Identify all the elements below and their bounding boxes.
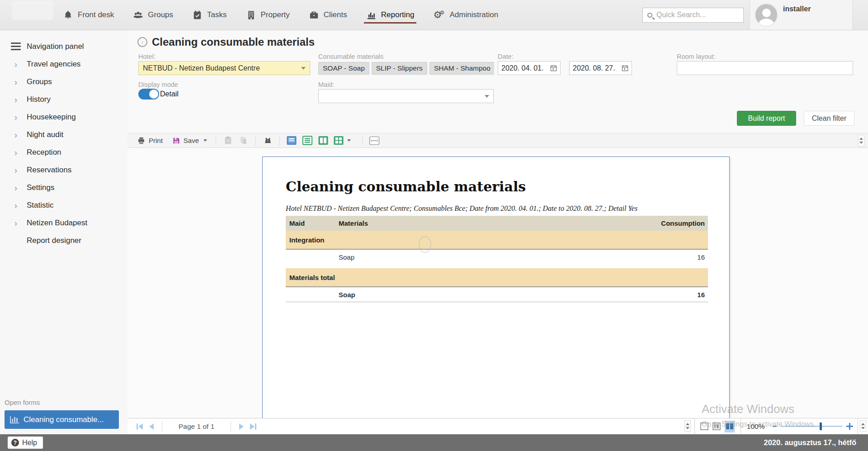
nav-item-front-desk[interactable]: Front desk xyxy=(53,0,123,30)
zoom-minus-icon[interactable] xyxy=(773,426,777,427)
nav-item-administration[interactable]: ⚙⚙ Administration xyxy=(424,0,508,30)
briefcase-icon xyxy=(309,10,319,20)
calendar-check-icon xyxy=(192,10,203,20)
print-button[interactable]: Print xyxy=(134,135,166,147)
nav-item-groups[interactable]: Groups xyxy=(123,0,183,30)
help-icon: ? xyxy=(11,439,19,446)
chevron-right-icon: › xyxy=(11,148,21,157)
chevron-right-icon: › xyxy=(11,60,21,69)
view-multi-page-button[interactable] xyxy=(333,135,351,147)
status-date: 2020. augusztus 17., hétfő xyxy=(764,438,856,447)
find-button[interactable] xyxy=(261,135,274,147)
sidebar-item-reservations[interactable]: ›Reservations xyxy=(0,161,127,179)
loading-spinner-ghost xyxy=(419,236,431,253)
date-to-input[interactable] xyxy=(573,64,622,72)
floppy-icon xyxy=(172,137,180,145)
nav-label: Groups xyxy=(148,10,173,19)
users-icon xyxy=(133,10,143,20)
fit-grid-icon[interactable] xyxy=(725,421,735,432)
save-button[interactable]: Save xyxy=(169,135,210,147)
search-icon xyxy=(647,13,652,18)
view-two-pages-button[interactable] xyxy=(317,135,330,147)
zoom-panel: 100% xyxy=(694,418,858,435)
scroll-spin-button[interactable] xyxy=(684,420,691,432)
report-preview-area[interactable]: Cleaning consumable materials Hotel NETB… xyxy=(127,148,868,418)
sidebar-item-navigation-panel[interactable]: Navigation panel xyxy=(0,38,127,55)
clean-filter-button[interactable]: Clean filter xyxy=(804,111,854,126)
sidebar-item-history[interactable]: ›History xyxy=(0,90,127,108)
open-forms-section: Open forms Cleaning consumable... xyxy=(0,399,127,434)
date-from-input[interactable] xyxy=(501,64,550,72)
next-page-button[interactable] xyxy=(236,421,247,432)
maid-select[interactable] xyxy=(318,89,494,103)
room-layout-input[interactable] xyxy=(677,61,853,75)
help-label: Help xyxy=(22,439,37,447)
sidebar-item-travel-agencies[interactable]: ›Travel agencies xyxy=(0,55,127,73)
consumable-tag[interactable]: SHAM - Shampoo xyxy=(429,62,494,75)
display-mode-toggle[interactable]: Detail xyxy=(138,89,179,100)
consumable-tag[interactable]: SOAP - Soap xyxy=(318,62,369,75)
page-setup-button[interactable] xyxy=(368,135,381,147)
view-continuous-button[interactable] xyxy=(301,135,314,147)
nav-item-reporting[interactable]: Reporting xyxy=(357,0,424,30)
nav-item-property[interactable]: Property xyxy=(236,0,299,30)
sidebar-item-label: History xyxy=(27,95,51,104)
consumables-label: Consumable materials xyxy=(318,53,383,60)
display-mode-label: Display mode xyxy=(138,81,178,88)
zoom-plus-icon[interactable] xyxy=(846,423,852,430)
collapse-icon[interactable]: ↑ xyxy=(137,37,147,47)
sidebar-item-night-audit[interactable]: ›Night audit xyxy=(0,126,127,143)
consumables-tag-list: SOAP - Soap SLIP - Slippers SHAM - Shamp… xyxy=(318,61,494,75)
nav-item-tasks[interactable]: Tasks xyxy=(183,0,236,30)
pager-bar: Page 1 of 1 100% xyxy=(127,418,868,434)
calendar-icon[interactable] xyxy=(622,65,628,71)
status-bar: ? Help 2020. augusztus 17., hétfő xyxy=(0,434,868,451)
nav-item-clients[interactable]: Clients xyxy=(299,0,357,30)
view-single-icon xyxy=(286,135,297,146)
calendar-icon[interactable] xyxy=(550,65,557,71)
sidebar-item-settings[interactable]: ›Settings xyxy=(0,179,127,196)
page-prev-icon xyxy=(149,423,154,430)
cell-material: Soap xyxy=(286,253,697,261)
hotel-select[interactable]: NETBUD - Netizen Budapest Centre xyxy=(138,61,310,75)
pager-separator xyxy=(231,421,231,432)
open-forms-label: Open forms xyxy=(5,399,127,406)
nav-label: Front desk xyxy=(78,10,114,19)
sidebar-item-statistic[interactable]: ›Statistic xyxy=(0,196,127,214)
build-report-button[interactable]: Build report xyxy=(737,111,796,126)
document-properties-button[interactable]: ? xyxy=(222,135,234,147)
nav-label: Tasks xyxy=(207,10,226,19)
copy-button[interactable] xyxy=(237,135,250,147)
scroll-spin-button[interactable] xyxy=(858,135,864,147)
sidebar-item-housekeeping[interactable]: ›Housekeeping xyxy=(0,108,127,126)
filter-panel: ↑ Cleaning consumable materials Hotel: N… xyxy=(127,30,868,133)
binoculars-icon xyxy=(264,137,272,145)
room-layout-label: Room layout: xyxy=(677,53,715,60)
last-page-button[interactable] xyxy=(247,421,259,432)
zoom-slider[interactable] xyxy=(781,426,842,427)
clipboard-icon: ? xyxy=(224,136,232,145)
sidebar-item-reception[interactable]: ›Reception xyxy=(0,143,127,161)
user-panel[interactable]: installer xyxy=(750,0,853,30)
main-area: ↑ Cleaning consumable materials Hotel: N… xyxy=(127,30,868,434)
consumable-tag[interactable]: SLIP - Slippers xyxy=(372,62,427,75)
first-page-button[interactable] xyxy=(134,421,146,432)
sidebar-item-report-designer[interactable]: Report designer xyxy=(0,232,127,249)
view-single-page-button[interactable] xyxy=(285,135,298,147)
sidebar-item-groups[interactable]: ›Groups xyxy=(0,73,127,90)
fit-width-icon[interactable] xyxy=(712,423,721,430)
help-button[interactable]: ? Help xyxy=(8,437,43,449)
sidebar-item-label: Statistic xyxy=(27,201,54,210)
display-mode-value: Detail xyxy=(160,90,179,98)
toggle-switch xyxy=(138,89,159,100)
search-input[interactable] xyxy=(656,11,739,19)
scroll-spin-button[interactable] xyxy=(860,420,866,432)
col-header-materials: Materials xyxy=(339,219,661,227)
fit-page-icon[interactable] xyxy=(700,423,708,430)
zoom-slider-thumb[interactable] xyxy=(820,423,822,430)
sidebar-item-netizen-budapest[interactable]: ›Netizen Budapest xyxy=(0,214,127,232)
open-form-tab-cleaning-consumable[interactable]: Cleaning consumable... xyxy=(5,410,119,429)
previous-page-button[interactable] xyxy=(146,421,157,432)
pager-separator xyxy=(162,421,162,432)
sidebar-item-label: Reservations xyxy=(27,166,71,175)
